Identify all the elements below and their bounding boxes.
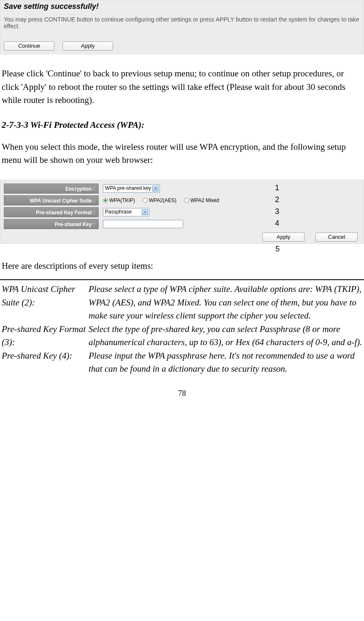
callout-1: 1 (275, 184, 279, 192)
cipher-radio-group: WPA(TKIP) WPA2(AES) WPA2 Mixed (103, 197, 219, 203)
radio-dot-icon (103, 198, 108, 203)
callout-3: 3 (275, 207, 279, 216)
desc-def-key: Please input the WPA passphrase here. It… (89, 349, 364, 376)
page-number: 78 (0, 389, 364, 398)
save-desc: You may press CONTINUE button to continu… (4, 16, 360, 30)
paragraph-descriptions-intro: Here are descriptions of every setup ite… (0, 259, 364, 273)
desc-row-cipher: WPA Unicast Cipher Suite (2): Please sel… (0, 283, 364, 323)
section-heading-wpa: 2-7-3-3 Wi-Fi Protected Access (WPA): (0, 120, 364, 130)
radio-wpa-tkip[interactable]: WPA(TKIP) (103, 197, 135, 203)
select-key-format[interactable]: Passphrase ▾ (103, 208, 149, 216)
desc-term-key: Pre-shared Key (4): (0, 349, 89, 376)
callout-4: 4 (275, 219, 279, 228)
radio-wpa2-mixed[interactable]: WPA2 Mixed (184, 197, 219, 203)
chevron-down-icon: ▾ (142, 209, 148, 215)
desc-term-cipher-text: WPA Unicast Cipher Suite (2): (2, 284, 75, 308)
radio-label-mixed: WPA2 Mixed (190, 197, 219, 203)
desc-row-format: Pre-shared Key Format (3): Select the ty… (0, 323, 364, 349)
row-cipher: WPA Unicast Cipher Suite : WPA(TKIP) WPA… (4, 195, 358, 205)
wpa-cancel-button[interactable]: Cancel (315, 232, 358, 242)
wpa-buttons-row: Apply Cancel (262, 232, 358, 242)
label-cipher: WPA Unicast Cipher Suite : (4, 195, 99, 205)
input-preshared-key[interactable] (103, 220, 183, 228)
apply-button[interactable]: Apply (62, 41, 113, 51)
row-encryption: Encryption : WPA pre-shared key ▾ (4, 184, 358, 194)
callout-2: 2 (275, 195, 279, 204)
desc-term-key-text: Pre-shared Key (4): (2, 351, 73, 361)
desc-def-format: Select the type of pre-shared key, you c… (89, 323, 364, 349)
radio-label-tkip: WPA(TKIP) (109, 197, 135, 203)
select-encryption-value: WPA pre-shared key (105, 185, 151, 191)
desc-term-format: Pre-shared Key Format (3): (0, 323, 89, 349)
save-buttons-row: Continue Apply (4, 40, 360, 51)
save-settings-panel: Save setting successfully! You may press… (0, 0, 364, 54)
select-key-format-value: Passphrase (105, 209, 132, 215)
radio-label-aes: WPA2(AES) (149, 197, 176, 203)
chevron-down-icon: ▾ (152, 186, 159, 192)
radio-dot-icon (184, 198, 189, 203)
divider (0, 279, 364, 280)
desc-def-cipher: Please select a type of WPA cipher suite… (89, 283, 364, 323)
desc-row-key: Pre-shared Key (4): Please input the WPA… (0, 349, 364, 376)
wpa-config-panel: Encryption : WPA pre-shared key ▾ WPA Un… (0, 180, 364, 244)
label-encryption: Encryption : (4, 184, 99, 194)
radio-wpa2-aes[interactable]: WPA2(AES) (143, 197, 176, 203)
paragraph-wpa-intro: When you select this mode, the wireless … (0, 140, 364, 167)
radio-dot-icon (143, 198, 148, 203)
continue-button[interactable]: Continue (4, 41, 54, 51)
desc-term-cipher: WPA Unicast Cipher Suite (2): (0, 283, 89, 323)
description-table: WPA Unicast Cipher Suite (2): Please sel… (0, 283, 364, 376)
label-key-format: Pre-shared Key Format : (4, 207, 99, 217)
paragraph-continue-apply: Please click 'Continue' to back to previ… (0, 67, 364, 107)
row-key-format: Pre-shared Key Format : Passphrase ▾ (4, 207, 358, 217)
save-title: Save setting successfully! (4, 2, 360, 11)
desc-term-format-text: Pre-shared Key Format (3): (2, 324, 86, 348)
wpa-apply-button[interactable]: Apply (262, 232, 305, 242)
select-encryption[interactable]: WPA pre-shared key ▾ (103, 184, 160, 193)
row-preshared-key: Pre-shared Key : (4, 219, 358, 229)
callout-5: 5 (0, 245, 364, 254)
label-preshared-key: Pre-shared Key : (4, 219, 99, 229)
